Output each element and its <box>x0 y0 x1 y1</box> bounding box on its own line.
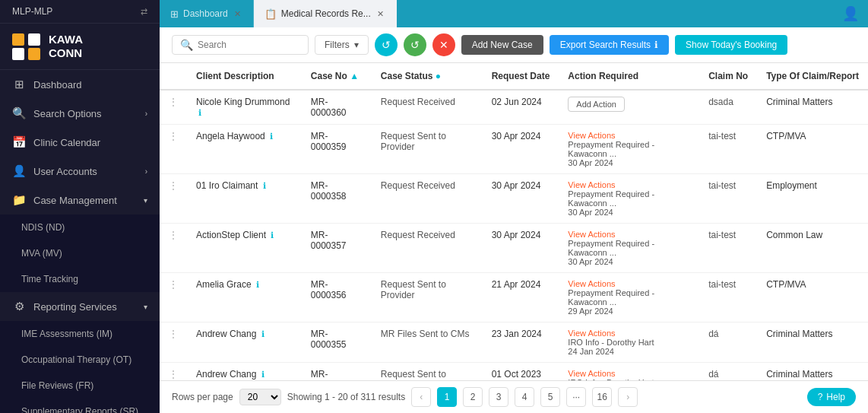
tab-dashboard[interactable]: ⊞ Dashboard ✕ <box>160 0 254 27</box>
action-view-link[interactable]: View Actions <box>568 329 690 338</box>
request-date: 30 Apr 2024 <box>483 125 559 174</box>
file-reviews-label: File Reviews (FR) <box>21 380 93 391</box>
client-name: ActionStep Client <box>196 230 266 240</box>
add-new-case-button[interactable]: Add New Case <box>461 35 543 55</box>
action-view-link[interactable]: View Actions <box>568 230 690 239</box>
client-info-icon[interactable]: ℹ <box>271 230 274 240</box>
client-info-icon[interactable]: ℹ <box>198 108 201 117</box>
sidebar-item-ndis[interactable]: NDIS (ND) <box>0 214 160 240</box>
action-view-link[interactable]: View Actions <box>568 279 690 288</box>
case-status: Request Received <box>372 90 483 125</box>
arrow-icon: ▾ <box>144 196 147 205</box>
row-menu-dots[interactable]: ⋮ <box>160 125 187 174</box>
client-info-icon[interactable]: ℹ <box>270 132 273 141</box>
tab-medical-records-label: Medical Records Re... <box>281 8 371 19</box>
row-menu-dots[interactable]: ⋮ <box>160 322 187 363</box>
row-menu-dots[interactable]: ⋮ <box>160 174 187 224</box>
rows-per-page-label: Rows per page <box>172 392 233 402</box>
add-new-label: Add New Case <box>472 40 533 50</box>
refresh-button-2[interactable]: ↺ <box>404 33 426 56</box>
client-info-icon[interactable]: ℹ <box>263 181 266 190</box>
row-menu-dots[interactable]: ⋮ <box>160 363 187 381</box>
claim-no: tai-test <box>699 125 757 174</box>
request-date: 30 Apr 2024 <box>483 174 559 224</box>
case-status: MR Files Sent to CMs <box>372 322 483 363</box>
export-button[interactable]: Export Search Results ℹ <box>550 35 669 55</box>
action-view-link[interactable]: View Actions <box>568 131 690 140</box>
sidebar-item-reporting-services[interactable]: ⚙ Reporting Services ▾ <box>0 292 160 321</box>
row-menu-dots[interactable]: ⋮ <box>160 90 187 125</box>
sidebar-item-file-reviews[interactable]: File Reviews (FR) <box>0 373 160 399</box>
client-info-icon[interactable]: ℹ <box>256 280 259 289</box>
tab-medical-records-close[interactable]: ✕ <box>375 8 385 20</box>
claim-no: tai-test <box>699 174 757 224</box>
add-action-button[interactable]: Add Action <box>568 97 625 112</box>
sidebar-item-user-accounts[interactable]: 👤 User Accounts › <box>0 157 160 186</box>
sidebar-item-ot[interactable]: Occupational Therapy (OT) <box>0 347 160 373</box>
sidebar-item-ime[interactable]: IME Assessments (IM) <box>0 321 160 347</box>
action-required-cell: Add Action <box>559 90 699 125</box>
sidebar-item-time-tracking[interactable]: Time Tracking <box>0 266 160 292</box>
page-2-button[interactable]: 2 <box>463 387 483 407</box>
sidebar-item-search-options[interactable]: 🔍 Search Options › <box>0 99 160 128</box>
main-content: ⊞ Dashboard ✕ 📋 Medical Records Re... ✕ … <box>160 0 868 413</box>
user-avatar-icon[interactable]: 👤 <box>833 5 868 22</box>
claim-type: CTP/MVA <box>757 125 868 174</box>
client-info-icon[interactable]: ℹ <box>261 329 265 338</box>
table-row: ⋮ Andrew Chang ℹ MR-0000355 MR Files Sen… <box>160 322 868 363</box>
action-detail: Prepayment Required - Kawaconn ... <box>568 140 690 158</box>
app-title-text: MLP-MLP <box>12 6 52 17</box>
search-input[interactable] <box>198 40 300 50</box>
tab-dashboard-close[interactable]: ✕ <box>233 8 242 20</box>
action-view-link[interactable]: View Actions <box>568 180 690 189</box>
clinic-calendar-icon: 📅 <box>12 135 26 149</box>
request-date: 02 Jun 2024 <box>483 90 559 125</box>
clear-button[interactable]: ✕ <box>432 33 455 56</box>
page-1-button[interactable]: 1 <box>437 387 457 407</box>
refresh-button-1[interactable]: ↺ <box>375 33 398 56</box>
client-info-icon[interactable]: ℹ <box>261 370 265 379</box>
case-status: Request Received <box>372 224 483 273</box>
row-menu-dots[interactable]: ⋮ <box>160 273 187 322</box>
arrow-icon: › <box>145 167 147 176</box>
ot-label: Occupational Therapy (OT) <box>21 354 131 365</box>
filter-button[interactable]: Filters ▾ <box>315 35 369 55</box>
table-row: ⋮ ActionStep Client ℹ MR-0000357 Request… <box>160 224 868 273</box>
client-name: Andrew Chang <box>196 329 256 339</box>
action-view-link[interactable]: View Actions <box>568 369 690 378</box>
help-button[interactable]: ? Help <box>807 388 856 406</box>
rows-per-page-select[interactable]: 20 50 100 <box>239 389 281 405</box>
client-description: Angela Haywood ℹ <box>187 125 302 174</box>
action-date: 29 Apr 2024 <box>568 307 690 316</box>
reporting-submenu: IME Assessments (IM) Occupational Therap… <box>0 321 160 413</box>
search-box[interactable]: 🔍 <box>172 35 309 55</box>
sidebar-item-case-management[interactable]: 📁 Case Management ▾ <box>0 186 160 214</box>
collapse-icon[interactable]: ⇄ <box>141 7 147 17</box>
tab-medical-records[interactable]: 📋 Medical Records Re... ✕ <box>254 0 397 27</box>
sidebar-item-supplementary[interactable]: Supplementary Reports (SR) <box>0 399 160 413</box>
sidebar-item-mva[interactable]: MVA (MV) <box>0 240 160 266</box>
sidebar-item-dashboard[interactable]: ⊞ Dashboard <box>0 70 160 99</box>
claim-type: Criminal Matters <box>757 322 868 363</box>
sidebar-item-clinic-calendar[interactable]: 📅 Clinic Calendar <box>0 128 160 157</box>
records-table: Client Description Case No ▲ Case Status… <box>160 63 868 380</box>
claim-no: dá <box>699 322 757 363</box>
table-row: ⋮ 01 Iro Claimant ℹ MR-0000358 Request R… <box>160 174 868 224</box>
page-16-button[interactable]: 16 <box>592 387 612 407</box>
page-4-button[interactable]: 4 <box>515 387 534 407</box>
export-label: Export Search Results <box>560 40 651 50</box>
page-next-button[interactable]: › <box>618 387 638 407</box>
claim-no: tai-test <box>699 224 757 273</box>
show-booking-button[interactable]: Show Today's Booking <box>675 35 787 55</box>
user-accounts-icon: 👤 <box>12 164 26 178</box>
row-menu-dots[interactable]: ⋮ <box>160 224 187 273</box>
filter-arrow-icon: ▾ <box>354 40 359 50</box>
page-3-button[interactable]: 3 <box>489 387 508 407</box>
page-5-button[interactable]: 5 <box>540 387 560 407</box>
pagination-bar: Rows per page 20 50 100 Showing 1 - 20 o… <box>160 380 868 413</box>
table-row: ⋮ Nicole King Drummond ℹ MR-0000360 Requ… <box>160 90 868 125</box>
action-date: 24 Jan 2024 <box>568 347 690 356</box>
request-date: 01 Oct 2023 <box>483 363 559 381</box>
page-prev-button[interactable]: ‹ <box>411 387 431 407</box>
request-date: 23 Jan 2024 <box>483 322 559 363</box>
